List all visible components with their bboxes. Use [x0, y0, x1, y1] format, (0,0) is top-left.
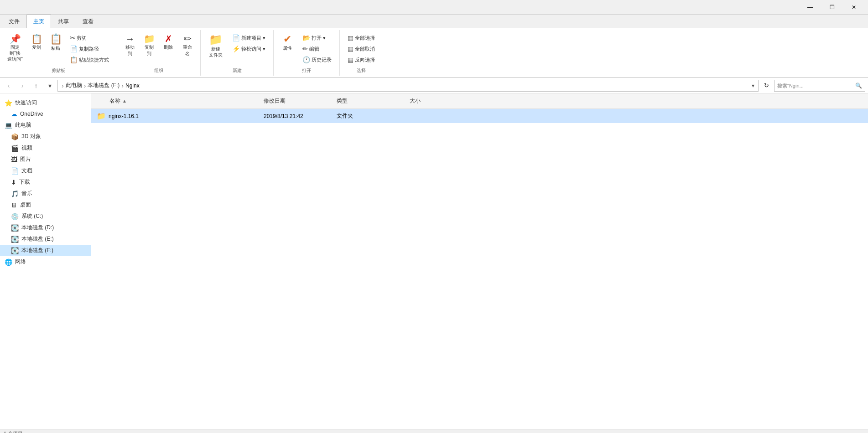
sidebar-item-videos-label: 视频 — [21, 144, 32, 152]
copy-path-button[interactable]: 📄 复制路径 — [68, 44, 111, 54]
select-all-button[interactable]: ▦ 全部选择 — [345, 33, 377, 43]
back-button[interactable]: ‹ — [3, 80, 15, 92]
delete-label: 删除 — [164, 44, 173, 51]
select-none-button[interactable]: ▦ 全部取消 — [345, 44, 377, 54]
file-type: 文件夹 — [333, 110, 406, 122]
forward-button[interactable]: › — [16, 80, 28, 92]
new-folder-label: 新建文件夹 — [209, 46, 223, 58]
move-to-button[interactable]: → 移动到 — [121, 32, 139, 59]
sidebar-item-pictures[interactable]: 🖼 图片 — [0, 154, 91, 165]
sidebar-item-local-f[interactable]: 💽 本地磁盘 (F:) — [0, 245, 91, 256]
col-header-type[interactable]: 类型 — [333, 95, 406, 107]
recent-locations-button[interactable]: ▾ — [44, 80, 56, 92]
documents-icon: 📄 — [11, 167, 19, 175]
tab-share[interactable]: 共享 — [51, 15, 76, 28]
tab-view[interactable]: 查看 — [76, 15, 100, 28]
nav-bar: ‹ › ↑ ▾ › 此电脑 › 本地磁盘 (F:) › Nginx ▾ ↻ 🔍 — [0, 78, 868, 93]
refresh-button[interactable]: ↻ — [760, 80, 772, 92]
new-items: 📁 新建文件夹 📄 新建项目 ▾ ⚡ 轻松访问 ▾ — [204, 32, 270, 66]
sort-arrow-icon: ▲ — [122, 98, 127, 103]
sidebar-item-onedrive[interactable]: ☁ OneDrive — [0, 108, 91, 119]
open-label: 打开 — [302, 66, 311, 74]
col-header-size[interactable]: 大小 — [406, 95, 461, 107]
address-dropdown-icon[interactable]: ▾ — [752, 82, 754, 89]
open-small-col: 📂 打开 ▾ ✏ 编辑 🕐 历史记录 — [298, 32, 336, 66]
restore-button[interactable]: ❐ — [821, 0, 842, 15]
sidebar-item-desktop[interactable]: 🖥 桌面 — [0, 199, 91, 211]
sidebar-item-local-d[interactable]: 💽 本地磁盘 (D:) — [0, 222, 91, 233]
new-folder-button[interactable]: 📁 新建文件夹 — [204, 32, 227, 60]
sidebar-item-documents[interactable]: 📄 文档 — [0, 165, 91, 176]
sidebar-item-quick-access[interactable]: ⭐ 快速访问 — [0, 97, 91, 108]
delete-icon: ✗ — [165, 34, 172, 43]
sidebar-item-network-label: 网络 — [15, 258, 26, 266]
sidebar-item-this-pc[interactable]: 💻 此电脑 — [0, 119, 91, 131]
edit-icon: ✏ — [302, 45, 308, 52]
pin-button[interactable]: 📌 固定到"快速访问" — [4, 32, 26, 64]
col-header-name[interactable]: 名称 ▲ — [91, 95, 260, 107]
file-row[interactable]: 📁 nginx-1.16.1 2019/8/13 21:42 文件夹 — [91, 109, 868, 123]
invert-select-button[interactable]: ▦ 反向选择 — [345, 55, 377, 65]
copy-to-button[interactable]: 📁 复制到 — [140, 32, 158, 59]
ribbon-group-select: ▦ 全部选择 ▦ 全部取消 ▦ 反向选择 选择 — [340, 30, 383, 76]
select-col: ▦ 全部选择 ▦ 全部取消 ▦ 反向选择 — [343, 32, 379, 66]
col-type-label: 类型 — [337, 97, 348, 105]
search-bar[interactable]: 🔍 — [774, 80, 865, 92]
window-controls: — ❐ ✕ — [800, 0, 864, 15]
breadcrumb-folder[interactable]: Nginx — [125, 82, 140, 89]
sidebar-item-onedrive-label: OneDrive — [20, 111, 43, 117]
sidebar-item-music[interactable]: 🎵 音乐 — [0, 188, 91, 199]
sidebar-item-pictures-label: 图片 — [20, 155, 31, 163]
sidebar-item-videos[interactable]: 🎬 视频 — [0, 142, 91, 154]
new-item-icon: 📄 — [232, 34, 240, 41]
sidebar-item-local-f-label: 本地磁盘 (F:) — [21, 247, 53, 254]
open-btn-label: 打开 ▾ — [312, 35, 326, 41]
col-header-date[interactable]: 修改日期 — [260, 95, 333, 107]
sidebar-item-local-e[interactable]: 💽 本地磁盘 (E:) — [0, 233, 91, 245]
paste-label: 粘贴 — [51, 45, 60, 52]
tab-file[interactable]: 文件 — [2, 15, 26, 28]
network-icon: 🌐 — [5, 258, 12, 266]
folder-icon: 📁 — [97, 112, 106, 120]
sidebar-item-local-e-label: 本地磁盘 (E:) — [21, 235, 54, 243]
breadcrumb-sep-1: › — [84, 82, 86, 89]
tab-home[interactable]: 主页 — [26, 15, 51, 28]
ribbon-group-open: ✔ 属性 📂 打开 ▾ ✏ 编辑 🕐 历史记录 打开 — [274, 30, 340, 76]
col-name-label: 名称 — [109, 97, 120, 105]
search-icon[interactable]: 🔍 — [855, 82, 862, 89]
breadcrumb-drive[interactable]: 本地磁盘 (F:) — [88, 82, 120, 89]
search-input[interactable] — [777, 83, 853, 88]
downloads-icon: ⬇ — [11, 179, 16, 186]
paste-button[interactable]: 📋 粘贴 — [47, 32, 65, 54]
col-size-label: 大小 — [410, 97, 421, 105]
sidebar-item-system-c[interactable]: 💿 系统 (C:) — [0, 211, 91, 222]
delete-button[interactable]: ✗ 删除 — [159, 32, 177, 53]
copy-button[interactable]: 📋 复制 — [27, 32, 46, 53]
cut-label: 剪切 — [77, 35, 87, 41]
breadcrumb-pc[interactable]: 此电脑 — [66, 82, 82, 89]
minimize-button[interactable]: — — [800, 0, 821, 15]
edit-button[interactable]: ✏ 编辑 — [300, 44, 334, 54]
address-bar[interactable]: › 此电脑 › 本地磁盘 (F:) › Nginx ▾ — [57, 80, 759, 92]
easy-access-button[interactable]: ⚡ 轻松访问 ▾ — [230, 44, 268, 54]
local-f-icon: 💽 — [11, 247, 19, 254]
sidebar-item-documents-label: 文档 — [21, 167, 32, 175]
properties-button[interactable]: ✔ 属性 — [277, 32, 297, 54]
select-all-icon: ▦ — [348, 34, 353, 41]
invert-select-icon: ▦ — [348, 56, 353, 63]
rename-button[interactable]: ✏ 重命名 — [178, 32, 197, 59]
paste-shortcut-label: 粘贴快捷方式 — [79, 57, 109, 63]
history-button[interactable]: 🕐 历史记录 — [300, 55, 334, 65]
desktop-icon: 🖥 — [11, 201, 17, 209]
new-item-button[interactable]: 📄 新建项目 ▾ — [230, 33, 268, 43]
sidebar-item-network[interactable]: 🌐 网络 — [0, 256, 91, 268]
up-button[interactable]: ↑ — [30, 80, 42, 92]
open-btn-button[interactable]: 📂 打开 ▾ — [300, 33, 334, 43]
cut-button[interactable]: ✂ 剪切 — [68, 33, 111, 43]
sidebar-item-3d-objects[interactable]: 📦 3D 对象 — [0, 131, 91, 142]
new-label: 新建 — [233, 66, 242, 74]
close-button[interactable]: ✕ — [843, 0, 864, 15]
ribbon-group-organize: → 移动到 📁 复制到 ✗ 删除 ✏ 重命名 组织 — [117, 30, 201, 76]
sidebar-item-downloads[interactable]: ⬇ 下载 — [0, 176, 91, 188]
paste-shortcut-button[interactable]: 📋 粘贴快捷方式 — [68, 55, 111, 65]
